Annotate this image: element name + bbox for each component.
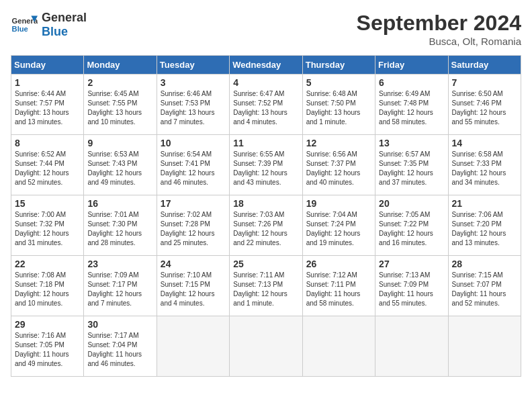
day-info: Sunrise: 6:44 AMSunset: 7:57 PMDaylight:… [15,90,69,126]
calendar-cell: 29Sunrise: 7:16 AMSunset: 7:05 PMDayligh… [11,316,84,377]
calendar-cell: 23Sunrise: 7:09 AMSunset: 7:17 PMDayligh… [84,256,157,316]
day-info: Sunrise: 6:57 AMSunset: 7:35 PMDaylight:… [379,150,433,186]
calendar-cell: 22Sunrise: 7:08 AMSunset: 7:18 PMDayligh… [11,256,84,316]
day-number: 1 [15,77,80,88]
day-info: Sunrise: 7:12 AMSunset: 7:11 PMDaylight:… [306,271,361,307]
day-info: Sunrise: 7:16 AMSunset: 7:05 PMDaylight:… [15,332,69,367]
header-thursday: Thursday [302,56,375,75]
day-number: 18 [233,198,298,209]
day-info: Sunrise: 7:06 AMSunset: 7:20 PMDaylight:… [452,211,506,246]
calendar-row: 29Sunrise: 7:16 AMSunset: 7:05 PMDayligh… [11,316,521,377]
calendar-cell: 18Sunrise: 7:03 AMSunset: 7:26 PMDayligh… [230,195,302,256]
calendar-cell: 30Sunrise: 7:17 AMSunset: 7:04 PMDayligh… [84,316,157,377]
day-number: 10 [161,138,226,148]
header-tuesday: Tuesday [157,56,229,75]
calendar-cell: 21Sunrise: 7:06 AMSunset: 7:20 PMDayligh… [448,195,521,256]
day-number: 30 [87,319,152,330]
day-number: 19 [306,198,371,209]
day-info: Sunrise: 7:04 AMSunset: 7:24 PMDaylight:… [306,211,361,246]
day-number: 29 [15,319,80,330]
title-block: September 2024 Busca, Olt, Romania [357,11,521,47]
calendar-cell: 17Sunrise: 7:02 AMSunset: 7:28 PMDayligh… [157,195,229,256]
header-sunday: Sunday [11,56,84,75]
day-info: Sunrise: 7:08 AMSunset: 7:18 PMDaylight:… [15,271,69,307]
calendar-cell: 14Sunrise: 6:58 AMSunset: 7:33 PMDayligh… [448,135,521,195]
calendar-row: 1Sunrise: 6:44 AMSunset: 7:57 PMDaylight… [11,75,521,135]
day-info: Sunrise: 7:00 AMSunset: 7:32 PMDaylight:… [15,211,69,246]
day-number: 4 [233,77,298,88]
day-info: Sunrise: 6:48 AMSunset: 7:50 PMDaylight:… [306,90,361,126]
day-info: Sunrise: 6:52 AMSunset: 7:44 PMDaylight:… [15,150,69,186]
calendar-cell: 4Sunrise: 6:47 AMSunset: 7:52 PMDaylight… [230,75,302,135]
page-header: General Blue General Blue September 2024… [11,11,521,47]
calendar-cell: 10Sunrise: 6:54 AMSunset: 7:41 PMDayligh… [157,135,229,195]
calendar-cell: 7Sunrise: 6:50 AMSunset: 7:46 PMDaylight… [448,75,521,135]
calendar-cell: 9Sunrise: 6:53 AMSunset: 7:43 PMDaylight… [84,135,157,195]
day-number: 2 [87,77,152,88]
day-info: Sunrise: 6:53 AMSunset: 7:43 PMDaylight:… [87,150,142,186]
day-info: Sunrise: 6:46 AMSunset: 7:53 PMDaylight:… [161,90,215,126]
day-number: 17 [161,198,226,209]
day-number: 13 [379,138,444,148]
calendar-table: Sunday Monday Tuesday Wednesday Thursday… [11,55,521,377]
calendar-cell [302,316,375,377]
day-number: 22 [15,259,80,269]
calendar-cell: 15Sunrise: 7:00 AMSunset: 7:32 PMDayligh… [11,195,84,256]
calendar-cell: 12Sunrise: 6:56 AMSunset: 7:37 PMDayligh… [302,135,375,195]
day-info: Sunrise: 6:45 AMSunset: 7:55 PMDaylight:… [87,90,142,126]
calendar-cell: 11Sunrise: 6:55 AMSunset: 7:39 PMDayligh… [230,135,302,195]
day-number: 6 [379,77,444,88]
day-number: 26 [306,259,371,269]
day-number: 27 [379,259,444,269]
day-number: 16 [87,198,152,209]
calendar-row: 22Sunrise: 7:08 AMSunset: 7:18 PMDayligh… [11,256,521,316]
calendar-cell: 5Sunrise: 6:48 AMSunset: 7:50 PMDaylight… [302,75,375,135]
calendar-cell: 24Sunrise: 7:10 AMSunset: 7:15 PMDayligh… [157,256,229,316]
svg-text:Blue: Blue [12,25,28,33]
day-info: Sunrise: 7:01 AMSunset: 7:30 PMDaylight:… [87,211,142,246]
calendar-cell: 2Sunrise: 6:45 AMSunset: 7:55 PMDaylight… [84,75,157,135]
day-number: 25 [233,259,298,269]
calendar-cell: 13Sunrise: 6:57 AMSunset: 7:35 PMDayligh… [375,135,448,195]
header-friday: Friday [375,56,448,75]
calendar-cell: 16Sunrise: 7:01 AMSunset: 7:30 PMDayligh… [84,195,157,256]
day-number: 11 [233,138,298,148]
calendar-row: 8Sunrise: 6:52 AMSunset: 7:44 PMDaylight… [11,135,521,195]
calendar-cell: 19Sunrise: 7:04 AMSunset: 7:24 PMDayligh… [302,195,375,256]
calendar-cell [157,316,229,377]
day-number: 14 [452,138,517,148]
day-info: Sunrise: 7:03 AMSunset: 7:26 PMDaylight:… [233,211,287,246]
calendar-cell: 6Sunrise: 6:49 AMSunset: 7:48 PMDaylight… [375,75,448,135]
day-info: Sunrise: 7:02 AMSunset: 7:28 PMDaylight:… [161,211,215,246]
day-number: 5 [306,77,371,88]
day-info: Sunrise: 6:56 AMSunset: 7:37 PMDaylight:… [306,150,361,186]
calendar-cell: 25Sunrise: 7:11 AMSunset: 7:13 PMDayligh… [230,256,302,316]
calendar-cell [230,316,302,377]
day-number: 20 [379,198,444,209]
day-info: Sunrise: 7:05 AMSunset: 7:22 PMDaylight:… [379,211,433,246]
calendar-cell: 1Sunrise: 6:44 AMSunset: 7:57 PMDaylight… [11,75,84,135]
day-number: 3 [161,77,226,88]
calendar-cell: 20Sunrise: 7:05 AMSunset: 7:22 PMDayligh… [375,195,448,256]
logo-icon: General Blue [11,11,38,38]
day-info: Sunrise: 6:47 AMSunset: 7:52 PMDaylight:… [233,90,287,126]
logo: General Blue General Blue [11,11,87,39]
day-number: 8 [15,138,80,148]
calendar-cell: 8Sunrise: 6:52 AMSunset: 7:44 PMDaylight… [11,135,84,195]
day-info: Sunrise: 7:09 AMSunset: 7:17 PMDaylight:… [87,271,142,307]
day-number: 23 [87,259,152,269]
day-number: 24 [161,259,226,269]
calendar-row: 15Sunrise: 7:00 AMSunset: 7:32 PMDayligh… [11,195,521,256]
logo-blue: Blue [42,25,68,38]
calendar-cell: 3Sunrise: 6:46 AMSunset: 7:53 PMDaylight… [157,75,229,135]
day-info: Sunrise: 7:17 AMSunset: 7:04 PMDaylight:… [87,332,142,367]
header-monday: Monday [84,56,157,75]
day-info: Sunrise: 6:55 AMSunset: 7:39 PMDaylight:… [233,150,287,186]
month-title: September 2024 [357,11,521,36]
day-number: 21 [452,198,517,209]
header-wednesday: Wednesday [230,56,302,75]
calendar-cell: 27Sunrise: 7:13 AMSunset: 7:09 PMDayligh… [375,256,448,316]
day-number: 28 [452,259,517,269]
header-saturday: Saturday [448,56,521,75]
day-info: Sunrise: 7:13 AMSunset: 7:09 PMDaylight:… [379,271,433,307]
